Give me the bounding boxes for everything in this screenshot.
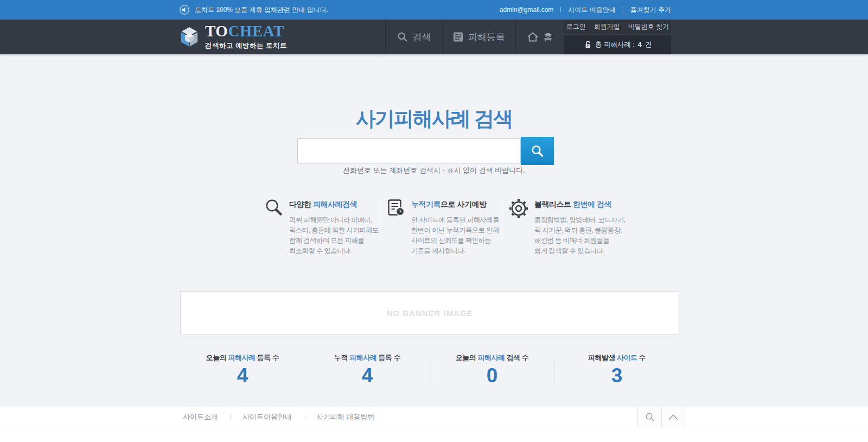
topbar-notice: 토치트 100% 보증 제휴 업체관련 안내 입니다. xyxy=(195,5,328,15)
magnifier-icon xyxy=(530,144,545,159)
feature-text: 해킹범 등 비매너 회원들을 xyxy=(534,236,625,246)
nav-label: 홈 xyxy=(544,31,553,43)
find-password-link[interactable]: 비밀번호 찾기 xyxy=(628,22,669,31)
stat-fraud-sites: 피해발생 사이트 수 3 xyxy=(554,351,679,386)
search-input[interactable] xyxy=(297,138,521,163)
nav-label: 검색 xyxy=(413,31,431,43)
divider xyxy=(230,414,231,420)
open-lock-icon xyxy=(584,41,592,49)
logo-name: TOCHEAT xyxy=(205,23,287,39)
stat-value: 0 xyxy=(430,365,554,386)
record-clock-icon xyxy=(387,199,405,217)
logo[interactable]: TOCHEAT 검색하고 예방하는 토치트 xyxy=(179,20,385,54)
feature-text: 픽 사기꾼, 먹튀 총판, 불량통장, xyxy=(534,225,625,236)
speaker-icon xyxy=(179,4,190,15)
features-row: 다양한 피해사례검색 먹튀 피해뿐만 아니라 비매너, 픽스터, 총판에 의한 … xyxy=(265,198,615,256)
nav-item-register[interactable]: 피해등록 xyxy=(442,20,515,54)
feature-text: 먹튀 피해뿐만 아니라 비매너, xyxy=(289,215,379,225)
feature-title: 다양한 피해사례검색 xyxy=(289,200,379,210)
footer-link-guide[interactable]: 사이트이용안내 xyxy=(242,412,292,422)
total-value: 4 xyxy=(638,41,642,48)
home-icon xyxy=(527,31,539,42)
register-icon xyxy=(453,31,463,42)
feature-search: 다양한 피해사례검색 먹튀 피해뿐만 아니라 비매너, 픽스터, 총판에 의한 … xyxy=(265,198,371,256)
gear-icon xyxy=(509,199,528,218)
nav-item-search[interactable]: 검색 xyxy=(385,20,442,54)
cube-logo-icon xyxy=(179,26,200,48)
feature-text: 사이트의 신뢰도를 확인하는 xyxy=(411,236,499,246)
footer-search-icon xyxy=(645,412,655,422)
stat-total-registered: 누적 피해사례 등록 수 4 xyxy=(305,351,430,386)
nav-label: 피해등록 xyxy=(468,31,505,43)
page-title: 사기피해사례 검색 xyxy=(0,105,868,132)
feature-text: 통장협박범, 양방베터, 코드사기, xyxy=(534,215,625,225)
feature-text: 최소화할 수 있습니다. xyxy=(289,246,379,256)
footer: 사이트소개 사이트이용안내 사기피해 대응방법 xyxy=(0,407,868,427)
divider xyxy=(560,7,561,12)
stat-today-searched: 오늘의 피해사례 검색 수 0 xyxy=(430,351,554,386)
scroll-top-icon xyxy=(668,414,679,420)
magnifier-feature-icon xyxy=(265,199,283,217)
banner-area: NO BANNER IMAGE xyxy=(180,291,679,335)
nav-item-home[interactable]: 홈 xyxy=(515,20,564,54)
stat-value: 4 xyxy=(305,365,430,386)
feature-title: 누적기록으로 사기예방 xyxy=(411,200,499,210)
feature-text: 한 사이트에 등록된 피해사례를 xyxy=(411,215,499,225)
footer-search-button[interactable] xyxy=(637,407,661,427)
scroll-top-button[interactable] xyxy=(661,407,685,427)
search-icon xyxy=(397,31,408,42)
account-panel: 로그인 회원가입 비밀번호 찾기 총 피해사례 : 4 건 xyxy=(564,20,671,54)
footer-link-about[interactable]: 사이트소개 xyxy=(183,412,218,422)
feature-text: 쉽게 검색할 수 있습니다. xyxy=(534,246,625,256)
add-bookmark-link[interactable]: 즐겨찾기 추가 xyxy=(630,5,671,15)
admin-email-link[interactable]: admin@gmail.com xyxy=(500,6,554,14)
banner-placeholder: NO BANNER IMAGE xyxy=(386,308,473,318)
site-guide-link[interactable]: 사이트 이용안내 xyxy=(568,5,615,15)
logo-tagline: 검색하고 예방하는 토치트 xyxy=(205,41,287,50)
search-bar xyxy=(297,137,554,165)
footer-link-response[interactable]: 사기피해 대응방법 xyxy=(316,412,375,422)
feature-text: 기준을 제시합니다. xyxy=(411,246,499,256)
feature-text: 한번이 아닌 누적기록으로 인해 xyxy=(411,225,499,236)
header: TOCHEAT 검색하고 예방하는 토치트 검색 xyxy=(0,20,868,54)
search-caption: 전화번호 또는 계좌번호 검색시 - 표시 없이 검색 바랍니다. xyxy=(0,166,868,175)
total-cases: 총 피해사례 : 4 건 xyxy=(564,35,671,54)
search-button[interactable] xyxy=(521,137,554,165)
divider xyxy=(379,201,379,244)
stat-value: 4 xyxy=(180,365,305,386)
divider xyxy=(304,414,304,420)
stat-value: 3 xyxy=(554,365,679,386)
login-link[interactable]: 로그인 xyxy=(566,22,586,31)
total-label: 총 피해사례 : xyxy=(595,40,635,49)
main-nav: 검색 피해등록 홈 xyxy=(385,20,564,54)
divider xyxy=(623,7,623,12)
main-content: 사기피해사례 검색 전화번호 또는 계좌번호 검색시 - 표시 없이 검색 바랍… xyxy=(0,54,868,407)
feature-title: 블랙리스트 한번에 검색 xyxy=(534,200,625,210)
feature-text: 픽스터, 총판에 의한 사기피해도 xyxy=(289,225,379,236)
total-unit: 건 xyxy=(645,40,652,49)
stats-row: 오늘의 피해사례 등록 수 4 누적 피해사례 등록 수 4 오늘의 피해사례 … xyxy=(180,351,679,386)
divider xyxy=(501,201,501,244)
stat-today-registered: 오늘의 피해사례 등록 수 4 xyxy=(180,351,305,386)
signup-link[interactable]: 회원가입 xyxy=(594,22,620,31)
topbar: 토치트 100% 보증 제휴 업체관련 안내 입니다. admin@gmail.… xyxy=(0,0,868,20)
feature-records: 누적기록으로 사기예방 한 사이트에 등록된 피해사례를 한번이 아닌 누적기록… xyxy=(387,198,493,256)
page: 토치트 100% 보증 제휴 업체관련 안내 입니다. admin@gmail.… xyxy=(0,0,868,54)
feature-text: 함께 검색하여 모든 피해를 xyxy=(289,236,379,246)
feature-blacklist: 블랙리스트 한번에 검색 통장협박범, 양방베터, 코드사기, 픽 사기꾼, 먹… xyxy=(509,198,615,256)
